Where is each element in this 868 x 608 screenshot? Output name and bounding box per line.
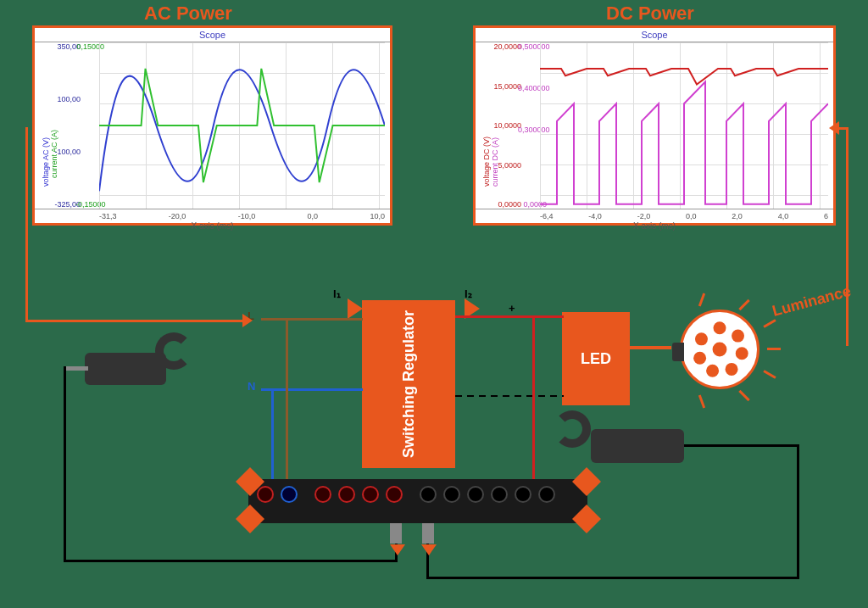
dc-scope-plot: voltage DC (V) current DC (A) 20,0000 15… xyxy=(476,42,833,209)
svg-point-6 xyxy=(695,332,708,345)
daq-device xyxy=(248,479,587,523)
svg-point-7 xyxy=(713,343,727,357)
dc-x-ticks: -6,4 -4,0 -2,0 0,0 2,0 4,0 6 xyxy=(540,212,828,220)
clamp-ac-cable-h xyxy=(64,560,398,562)
arrow-i1-icon xyxy=(348,298,363,319)
daq-port xyxy=(314,486,331,503)
ac-waveforms xyxy=(99,42,385,209)
dc-waveforms xyxy=(540,42,828,209)
wire-dc-plus-tap xyxy=(532,315,535,494)
clamp-dc-cable-v xyxy=(797,444,799,578)
dc-power-title: DC Power xyxy=(606,3,694,25)
luminance-label: Luminance xyxy=(771,282,853,321)
dc-scope-header: Scope xyxy=(476,28,833,42)
daq-port xyxy=(338,486,355,503)
clamp-ac-body xyxy=(85,353,166,385)
luminance-ray xyxy=(767,348,781,350)
wire-bulb xyxy=(629,346,671,349)
plus-label: + xyxy=(509,302,515,315)
leader-dc-arrow-icon xyxy=(829,121,839,135)
led-block: LED xyxy=(562,312,630,405)
clamp-dc-body xyxy=(591,429,684,463)
luminance-ray xyxy=(738,390,749,401)
ac-power-title: AC Power xyxy=(144,3,232,25)
leader-ac-arrow-icon xyxy=(242,314,253,327)
luminance-ray xyxy=(738,299,749,310)
i2-label: I₂ xyxy=(465,287,472,300)
svg-point-0 xyxy=(714,321,726,334)
svg-point-5 xyxy=(693,352,706,365)
led-block-label: LED xyxy=(581,350,611,368)
daq-input-arrow-icon xyxy=(390,544,405,555)
daq-connector-icon xyxy=(422,523,434,544)
daq-port xyxy=(362,486,379,503)
daq-connector-icon xyxy=(390,523,402,544)
led-bulb-chips xyxy=(682,312,757,387)
leader-ac-v xyxy=(25,127,28,322)
wire-l xyxy=(261,318,363,321)
svg-point-4 xyxy=(706,365,719,377)
clamp-ac-cable xyxy=(66,366,88,371)
dc-y1-ticks: 20,0000 15,0000 10,0000 5,0000 0,0000 xyxy=(492,42,521,209)
ac-scope-panel: Scope voltage AC (V) current AC (A) 350,… xyxy=(32,25,392,226)
dc-plot-area xyxy=(540,42,828,209)
i1-label: I₁ xyxy=(333,287,341,300)
led-bulb-icon xyxy=(680,310,760,389)
clamp-ac-cable-v xyxy=(64,366,66,561)
ac-scope-header: Scope xyxy=(35,28,390,42)
daq-port xyxy=(420,486,437,503)
svg-point-2 xyxy=(736,347,748,360)
svg-point-1 xyxy=(732,330,744,343)
ac-plot-area xyxy=(99,42,385,209)
leader-dc-v xyxy=(846,127,849,346)
luminance-ray xyxy=(763,370,776,379)
daq-port xyxy=(443,486,460,503)
switching-regulator-label: Switching Regulator xyxy=(400,310,418,458)
switching-regulator-block: Switching Regulator xyxy=(362,300,455,468)
clamp-dc-cable-h2 xyxy=(426,577,799,579)
luminance-ray xyxy=(698,293,705,306)
ac-x-ticks: -31,3 -20,0 -10,0 0,0 10,0 xyxy=(99,212,385,220)
daq-port xyxy=(515,486,531,503)
daq-port xyxy=(281,486,298,503)
daq-input-arrow-icon xyxy=(421,544,437,555)
wire-n xyxy=(261,388,363,391)
leader-ac-h xyxy=(25,320,246,322)
dc-y1-label: voltage DC (V) xyxy=(482,137,491,187)
daq-port xyxy=(538,486,555,503)
wire-l-down xyxy=(286,318,288,492)
clamp-dc-jaw-icon xyxy=(554,410,591,448)
daq-port xyxy=(257,486,274,503)
wire-dc-plus xyxy=(455,315,564,318)
clamp-dc-cable-h xyxy=(684,444,798,447)
daq-port xyxy=(386,486,403,503)
svg-point-3 xyxy=(726,363,738,376)
line-n-label: N xyxy=(248,380,255,393)
luminance-ray xyxy=(698,394,705,408)
ac-y1-label: voltage AC (V) xyxy=(42,137,50,187)
wire-dc-minus xyxy=(455,395,564,397)
daq-port xyxy=(467,486,484,503)
ac-scope-plot: voltage AC (V) current AC (A) 350,00 100… xyxy=(35,42,390,209)
daq-port xyxy=(491,486,508,503)
dc-scope-panel: Scope voltage DC (V) current DC (A) 20,0… xyxy=(473,25,836,226)
